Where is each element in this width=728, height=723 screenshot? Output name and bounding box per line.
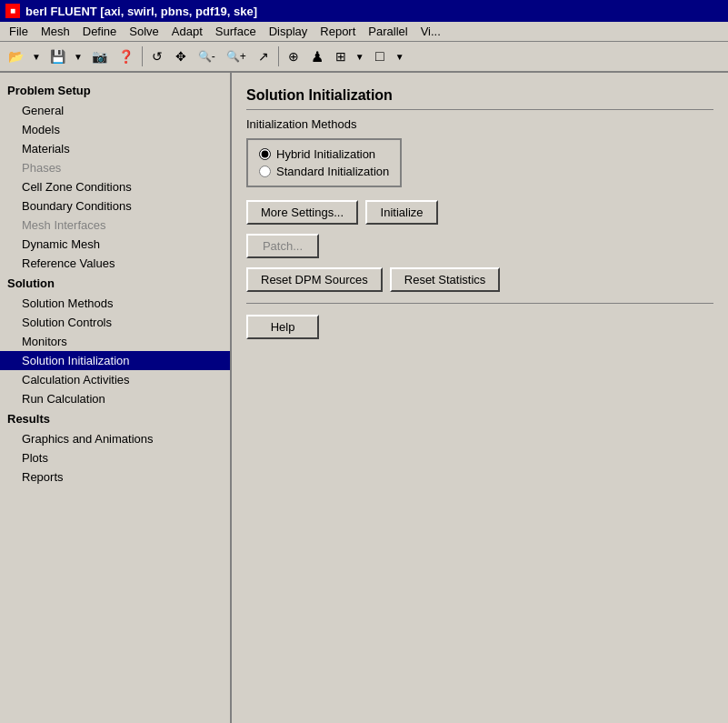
initialize-button[interactable]: Initialize — [365, 200, 438, 225]
sidebar-item-materials[interactable]: Materials — [0, 139, 230, 158]
menu-vi[interactable]: Vi... — [415, 23, 446, 40]
main-layout: Problem Setup General Models Materials P… — [0, 73, 728, 723]
sidebar-item-solution-initialization[interactable]: Solution Initialization — [0, 351, 230, 370]
reset-statistics-button[interactable]: Reset Statistics — [390, 267, 501, 292]
help-button[interactable]: Help — [246, 315, 319, 339]
menu-mesh[interactable]: Mesh — [35, 23, 75, 40]
radio-standard-label: Standard Initialization — [276, 165, 389, 178]
screenshot-button[interactable]: 📷 — [87, 45, 112, 68]
content-area: Solution Initialization Initialization M… — [232, 73, 728, 723]
save-button[interactable]: 💾 — [45, 45, 70, 68]
window-dropdown-arrow[interactable]: ▼ — [393, 49, 407, 65]
content-divider — [246, 303, 713, 304]
sidebar-item-solution-controls[interactable]: Solution Controls — [0, 313, 230, 332]
open-button[interactable]: 📂 — [4, 45, 28, 68]
menu-bar: File Mesh Define Solve Adapt Surface Dis… — [0, 22, 728, 42]
sidebar-item-monitors[interactable]: Monitors — [0, 332, 230, 351]
section-solution: Solution — [0, 273, 230, 294]
grid-dropdown-arrow[interactable]: ▼ — [353, 49, 367, 65]
sidebar-item-cell-zone[interactable]: Cell Zone Conditions — [0, 177, 230, 196]
section-results: Results — [0, 408, 230, 429]
run-button[interactable]: ♟ — [306, 45, 328, 68]
sidebar-item-reports[interactable]: Reports — [0, 467, 230, 487]
radio-standard[interactable]: Standard Initialization — [259, 165, 389, 178]
grid-button[interactable]: ⊞ — [330, 45, 352, 68]
patch-button[interactable]: Patch... — [246, 234, 319, 258]
title-bar: ■ berl FLUENT [axi, swirl, pbns, pdf19, … — [0, 0, 728, 22]
section-problem-setup: Problem Setup — [0, 80, 230, 101]
button-row-1: More Settings... Initialize — [246, 200, 713, 225]
radio-hybrid-label: Hybrid Initialization — [276, 147, 375, 161]
menu-surface[interactable]: Surface — [210, 23, 262, 40]
menu-define[interactable]: Define — [77, 23, 123, 40]
radio-hybrid[interactable]: Hybrid Initialization — [259, 147, 389, 161]
window-button[interactable]: □ — [369, 45, 391, 68]
button-row-3: Reset DPM Sources Reset Statistics — [246, 267, 713, 292]
save-dropdown[interactable]: 💾 ▼ — [45, 45, 85, 68]
sidebar-item-dynamic-mesh[interactable]: Dynamic Mesh — [0, 235, 230, 254]
button-row-2: Patch... — [246, 234, 713, 258]
menu-report[interactable]: Report — [314, 23, 361, 40]
initialization-method-group: Hybrid Initialization Standard Initializ… — [246, 138, 402, 187]
init-methods-label: Initialization Methods — [246, 117, 713, 131]
zoom-out-button[interactable]: 🔍- — [194, 45, 220, 68]
sidebar-item-calculation-activities[interactable]: Calculation Activities — [0, 370, 230, 389]
app-icon: ■ — [5, 4, 20, 18]
sidebar-item-general[interactable]: General — [0, 101, 230, 120]
radio-standard-input[interactable] — [259, 166, 271, 177]
panel-title: Solution Initialization — [246, 87, 713, 110]
sidebar-item-reference-values[interactable]: Reference Values — [0, 254, 230, 273]
sidebar-item-plots[interactable]: Plots — [0, 448, 230, 467]
grid-dropdown[interactable]: ⊞ ▼ — [330, 45, 367, 68]
menu-display[interactable]: Display — [264, 23, 314, 40]
open-dropdown[interactable]: 📂 ▼ — [4, 45, 44, 68]
reset-dpm-sources-button[interactable]: Reset DPM Sources — [246, 267, 383, 292]
save-dropdown-arrow[interactable]: ▼ — [71, 49, 85, 65]
arrow-button[interactable]: ↗ — [253, 45, 274, 68]
toolbar-sep-1 — [142, 46, 143, 66]
zoom-in-button[interactable]: 🔍+ — [222, 45, 251, 68]
undo-button[interactable]: ↺ — [146, 45, 168, 68]
open-dropdown-arrow[interactable]: ▼ — [29, 49, 44, 65]
sidebar-item-models[interactable]: Models — [0, 120, 230, 139]
fit-button[interactable]: ⊕ — [283, 45, 304, 68]
toolbar: 📂 ▼ 💾 ▼ 📷 ❓ ↺ ✥ 🔍- 🔍+ ↗ ⊕ ♟ ⊞ ▼ □ ▼ — [0, 42, 728, 73]
app-title: berl FLUENT [axi, swirl, pbns, pdf19, sk… — [25, 5, 257, 18]
toolbar-sep-2 — [278, 46, 279, 66]
sidebar-item-run-calculation[interactable]: Run Calculation — [0, 389, 230, 408]
sidebar-item-solution-methods[interactable]: Solution Methods — [0, 294, 230, 313]
menu-parallel[interactable]: Parallel — [363, 23, 413, 40]
sidebar-item-boundary[interactable]: Boundary Conditions — [0, 196, 230, 216]
sidebar-item-graphics[interactable]: Graphics and Animations — [0, 429, 230, 448]
move-button[interactable]: ✥ — [170, 45, 192, 68]
sidebar: Problem Setup General Models Materials P… — [0, 73, 232, 723]
more-settings-button[interactable]: More Settings... — [246, 200, 358, 225]
menu-solve[interactable]: Solve — [124, 23, 165, 40]
menu-file[interactable]: File — [4, 23, 34, 40]
sidebar-item-phases: Phases — [0, 158, 230, 177]
help-toolbar-button[interactable]: ❓ — [114, 45, 138, 68]
button-row-help: Help — [246, 315, 713, 339]
radio-hybrid-input[interactable] — [259, 148, 271, 160]
menu-adapt[interactable]: Adapt — [166, 23, 208, 40]
sidebar-item-mesh-interfaces: Mesh Interfaces — [0, 216, 230, 235]
